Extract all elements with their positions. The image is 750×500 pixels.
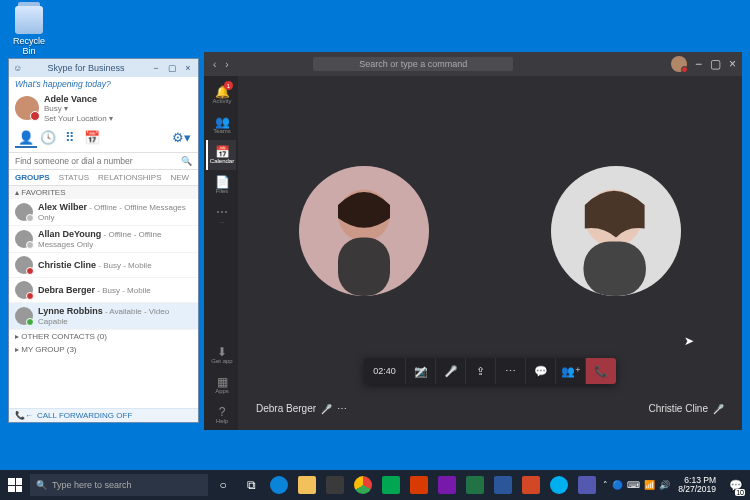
- teams-search[interactable]: Search or type a command: [313, 57, 513, 71]
- cortana-icon[interactable]: ○: [211, 470, 235, 500]
- settings-gear-icon[interactable]: ⚙▾: [170, 130, 192, 148]
- skype-search-input[interactable]: [15, 156, 181, 166]
- mouse-cursor-icon: ➤: [684, 334, 694, 348]
- contact-filter-tabs: GROUPS STATUS RELATIONSHIPS NEW: [9, 170, 198, 186]
- teams-titlebar: ‹ › Search or type a command − ▢ ×: [204, 52, 742, 76]
- tray-skype-icon[interactable]: 🔵: [612, 480, 623, 490]
- mood-message[interactable]: What's happening today?: [9, 77, 198, 91]
- participant-label-1: Debra Berger 🎤 ⋯: [256, 403, 347, 414]
- share-button[interactable]: ⇪: [466, 358, 496, 384]
- minimize-button[interactable]: −: [150, 63, 162, 73]
- participant-video-2[interactable]: [551, 166, 681, 296]
- rail-…[interactable]: ⋯…: [206, 200, 236, 230]
- maximize-button[interactable]: ▢: [166, 63, 178, 73]
- teams-close-button[interactable]: ×: [729, 57, 736, 71]
- filter-groups[interactable]: GROUPS: [15, 173, 50, 182]
- call-forward-icon: 📞←: [15, 411, 33, 420]
- contact-name: Alex Wilber: [38, 202, 87, 212]
- app-icon[interactable]: [463, 470, 487, 500]
- contact-row[interactable]: Christie Cline - Busy - Mobile: [9, 253, 198, 278]
- skype-title: Skype for Business: [22, 63, 150, 73]
- calendar-tab-icon[interactable]: 📅: [81, 130, 103, 148]
- tray-chevron-icon[interactable]: ˄: [603, 480, 608, 490]
- tray-input-icon[interactable]: ⌨: [627, 480, 640, 490]
- tray-volume-icon[interactable]: 🔊: [659, 480, 670, 490]
- taskbar-search[interactable]: 🔍 Type here to search: [30, 474, 208, 496]
- self-name: Adele Vance: [44, 94, 113, 104]
- rail-icon: ⋯: [216, 206, 228, 218]
- teams-self-avatar[interactable]: [671, 56, 687, 72]
- app-icon[interactable]: [435, 470, 459, 500]
- filter-status[interactable]: STATUS: [59, 173, 89, 182]
- app-icon[interactable]: [407, 470, 431, 500]
- participant-more-icon[interactable]: ⋯: [337, 403, 347, 414]
- edge-icon[interactable]: [267, 470, 291, 500]
- call-timer: 02:40: [364, 358, 406, 384]
- recycle-bin[interactable]: Recycle Bin: [6, 6, 52, 56]
- teams-maximize-button[interactable]: ▢: [710, 57, 721, 71]
- tray-wifi-icon[interactable]: 📶: [644, 480, 655, 490]
- participant-name-2: Christie Cline: [649, 403, 708, 414]
- dialpad-tab-icon[interactable]: ⠿: [59, 130, 81, 148]
- teams-taskbar-icon[interactable]: [575, 470, 599, 500]
- rail-apps[interactable]: ▦Apps: [206, 370, 236, 400]
- filter-new[interactable]: NEW: [170, 173, 189, 182]
- rail-label: Teams: [213, 128, 231, 134]
- app-icon[interactable]: [491, 470, 515, 500]
- contacts-tab-icon[interactable]: 👤: [15, 130, 37, 148]
- contact-row[interactable]: Debra Berger - Busy - Mobile: [9, 278, 198, 303]
- call-stage: 02:40 📷 🎤 ⇪ ⋯ 💬 👥⁺ 📞 Debra Berger 🎤 ⋯ Ch…: [238, 76, 742, 430]
- self-status[interactable]: Busy ▾: [44, 104, 113, 113]
- task-view-icon[interactable]: ⧉: [239, 470, 263, 500]
- action-center-icon[interactable]: 💬10: [724, 470, 748, 500]
- rail-teams[interactable]: 👥Teams: [206, 110, 236, 140]
- favorites-header[interactable]: ▴ FAVORITES: [9, 186, 198, 199]
- group-other[interactable]: ▸ OTHER CONTACTS (0): [9, 330, 198, 343]
- rail-files[interactable]: 📄Files: [206, 170, 236, 200]
- rail-get app[interactable]: ⬇Get app: [206, 340, 236, 370]
- clock-date: 8/27/2019: [678, 485, 716, 494]
- nav-back-icon[interactable]: ‹: [210, 59, 219, 70]
- app-icon[interactable]: [379, 470, 403, 500]
- search-icon[interactable]: 🔍: [181, 156, 192, 166]
- participant-video-1[interactable]: [299, 166, 429, 296]
- contact-avatar: [15, 230, 33, 248]
- skype-footer[interactable]: 📞← CALL FORWARDING OFF: [9, 408, 198, 422]
- rail-help[interactable]: ?Help: [206, 400, 236, 430]
- teams-minimize-button[interactable]: −: [695, 57, 702, 71]
- explorer-icon[interactable]: [295, 470, 319, 500]
- mic-toggle[interactable]: 🎤: [436, 358, 466, 384]
- group-my[interactable]: ▸ MY GROUP (3): [9, 343, 198, 356]
- taskbar-clock[interactable]: 6:13 PM 8/27/2019: [674, 476, 720, 495]
- svg-rect-2: [338, 238, 390, 297]
- close-button[interactable]: ×: [182, 63, 194, 73]
- taskbar-search-placeholder: Type here to search: [52, 480, 132, 490]
- chrome-icon[interactable]: [351, 470, 375, 500]
- contact-status: - Busy - Mobile: [95, 286, 151, 295]
- contact-name: Lynne Robbins: [38, 306, 103, 316]
- more-actions-button[interactable]: ⋯: [496, 358, 526, 384]
- self-location[interactable]: Set Your Location ▾: [44, 114, 113, 123]
- start-button[interactable]: [0, 470, 30, 500]
- participants-button[interactable]: 👥⁺: [556, 358, 586, 384]
- rail-icon: 📅: [215, 146, 230, 158]
- skype-titlebar[interactable]: ☺ Skype for Business − ▢ ×: [9, 59, 198, 77]
- contact-row[interactable]: Lynne Robbins - Available - Video Capabl…: [9, 303, 198, 330]
- store-icon[interactable]: [323, 470, 347, 500]
- contact-name: Allan DeYoung: [38, 229, 101, 239]
- contact-row[interactable]: Allan DeYoung - Offline - Offline Messag…: [9, 226, 198, 253]
- filter-relationships[interactable]: RELATIONSHIPS: [98, 173, 161, 182]
- self-avatar[interactable]: [15, 96, 39, 120]
- hangup-button[interactable]: 📞: [586, 358, 616, 384]
- chat-button[interactable]: 💬: [526, 358, 556, 384]
- app-icon[interactable]: [519, 470, 543, 500]
- nav-forward-icon[interactable]: ›: [222, 59, 231, 70]
- skype-taskbar-icon[interactable]: [547, 470, 571, 500]
- rail-badge: 1: [224, 81, 233, 90]
- history-tab-icon[interactable]: 🕓: [37, 130, 59, 148]
- rail-label: …: [219, 218, 225, 224]
- contact-row[interactable]: Alex Wilber - Offline - Offline Messages…: [9, 199, 198, 226]
- rail-activity[interactable]: 🔔Activity1: [206, 80, 236, 110]
- rail-calendar[interactable]: 📅Calendar: [206, 140, 236, 170]
- camera-toggle[interactable]: 📷: [406, 358, 436, 384]
